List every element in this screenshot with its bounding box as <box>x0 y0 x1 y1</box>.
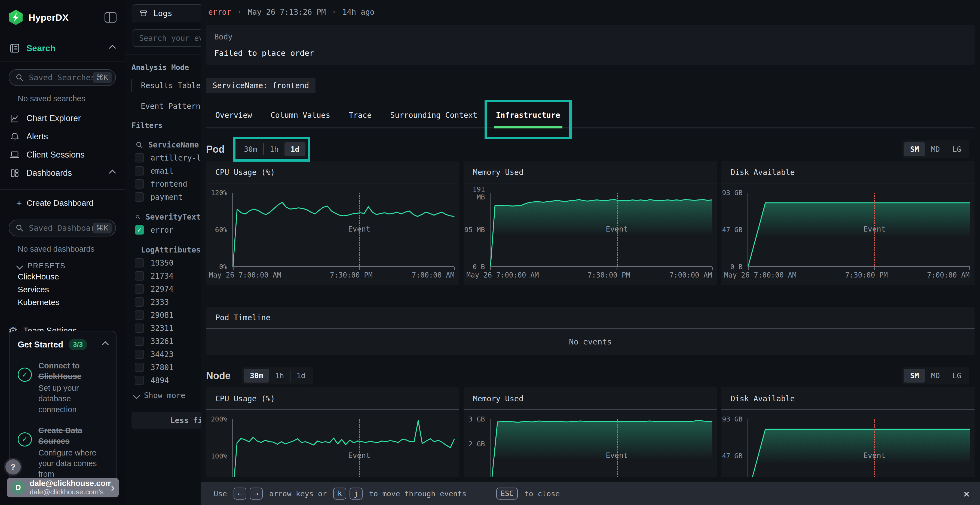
saved-searches-input[interactable]: Saved Searches ⌘K <box>9 69 116 86</box>
preset-label: Kubernetes <box>18 298 59 307</box>
checkbox-icon[interactable] <box>135 297 144 306</box>
tab-surrounding-context[interactable]: Surrounding Context <box>381 106 487 127</box>
filter-option[interactable]: frontend <box>135 179 200 189</box>
detail-tabs: OverviewColumn ValuesTraceSurrounding Co… <box>206 106 975 129</box>
filter-option[interactable]: 32311 <box>135 324 200 333</box>
filter-option[interactable]: 34423 <box>135 349 200 359</box>
pod-range-30m[interactable]: 30m <box>238 142 263 156</box>
filter-option[interactable]: 21734 <box>135 271 200 281</box>
node-size-sm[interactable]: SM <box>904 369 925 383</box>
show-more-label: Show more <box>144 391 185 400</box>
plot: Event <box>748 193 970 267</box>
analysis-mode-event-patterns[interactable]: Event Patterns <box>132 99 200 113</box>
filter-option[interactable]: artillery-loa <box>135 153 200 162</box>
event-marker-label: Event <box>348 451 370 460</box>
create-dashboard-button[interactable]: + Create Dashboard <box>0 194 125 212</box>
preset-item-services[interactable]: Services <box>0 283 125 296</box>
filter-option[interactable]: ✓error <box>135 225 200 235</box>
tab-overview[interactable]: Overview <box>206 106 261 127</box>
checkbox-checked-icon[interactable]: ✓ <box>135 225 144 235</box>
filter-option[interactable]: 4894 <box>135 376 200 385</box>
filter-option[interactable]: 19350 <box>135 258 200 267</box>
k-key[interactable]: k <box>333 488 346 500</box>
filter-option-label: 2333 <box>151 298 169 306</box>
get-started-step[interactable]: ✓ Create Data Sources Configure where yo… <box>18 425 108 480</box>
y-axis-labels: 93 GB47 GB0 B <box>721 193 746 267</box>
show-more-button[interactable]: Show more <box>134 391 200 400</box>
tab-column-values[interactable]: Column Values <box>261 106 339 127</box>
event-search-input[interactable]: Search your ev <box>132 29 200 47</box>
chevron-up-icon[interactable] <box>109 170 116 176</box>
chevron-up-icon[interactable] <box>109 44 116 51</box>
sidebar-collapse-icon[interactable] <box>105 12 116 22</box>
tab-infrastructure[interactable]: Infrastructure <box>487 106 570 127</box>
y-tick-label: 200% <box>211 416 227 423</box>
pod-size-md[interactable]: MD <box>925 142 946 156</box>
checkbox-icon[interactable] <box>135 324 144 333</box>
filter-option[interactable]: 33261 <box>135 337 200 346</box>
node-range-30m[interactable]: 30m <box>244 369 269 383</box>
x-tick-mark <box>874 267 875 270</box>
y-tick-label: 93 GB <box>722 189 742 197</box>
chart-plot-area: 93 GB47 GBEvent <box>721 419 970 477</box>
pod-range-1h[interactable]: 1h <box>264 142 285 156</box>
saved-dashboards-input[interactable]: Saved Dashboards ⌘K <box>9 219 116 237</box>
checkbox-icon[interactable] <box>135 349 144 359</box>
node-range-1h[interactable]: 1h <box>269 369 290 383</box>
less-filters-button[interactable]: Less fil <box>132 412 200 429</box>
hyperdx-logo-icon <box>9 10 22 25</box>
checkbox-icon[interactable] <box>135 271 144 281</box>
pod-size-lg[interactable]: LG <box>946 142 967 156</box>
j-key[interactable]: j <box>350 488 363 500</box>
node-size-md[interactable]: MD <box>925 369 946 383</box>
checkbox-icon[interactable] <box>135 337 144 346</box>
checkbox-icon[interactable] <box>135 192 144 202</box>
close-icon[interactable]: ✕ <box>963 488 970 500</box>
user-menu[interactable]: D dale@clickhouse.com dale@clickhouse.co… <box>7 478 119 497</box>
filter-option[interactable]: 37801 <box>135 363 200 372</box>
checkbox-icon[interactable] <box>135 284 144 294</box>
filter-option[interactable]: 22974 <box>135 284 200 294</box>
filter-option[interactable]: 2333 <box>135 297 200 306</box>
help-button[interactable]: ? <box>5 459 21 475</box>
checkbox-icon[interactable] <box>135 363 144 372</box>
analysis-mode-results-table[interactable]: Results Table <box>132 79 200 92</box>
source-select[interactable]: Logs <box>132 4 200 22</box>
pod-timeline-empty: No events <box>206 329 975 355</box>
checkbox-icon[interactable] <box>135 179 144 189</box>
left-arrow-key[interactable]: ← <box>234 488 247 500</box>
pod-size-sm[interactable]: SM <box>904 142 925 156</box>
filter-option[interactable]: 29081 <box>135 310 200 320</box>
checkbox-icon[interactable] <box>135 310 144 320</box>
presets-toggle[interactable]: PRESETS <box>17 262 125 270</box>
sidebar-nav: Chart Explorer Alerts Client Sessions Da… <box>0 109 125 182</box>
get-started-step[interactable]: ✓ Connect to ClickHouse Set up your data… <box>18 360 108 415</box>
get-started-title: Get Started <box>18 340 63 349</box>
search-icon <box>135 246 136 254</box>
sidebar-item-dashboards[interactable]: Dashboards <box>0 164 125 182</box>
x-tick-mark <box>359 267 360 270</box>
chevron-up-icon[interactable] <box>102 341 109 348</box>
x-tick-label: May 26 7:00:00 AM <box>724 271 797 279</box>
event-detail-panel: error · May 26 7:13:26 PM · 14h ago Body… <box>200 0 980 505</box>
checkbox-icon[interactable] <box>135 153 144 162</box>
sidebar-item-alerts[interactable]: Alerts <box>0 127 125 146</box>
checkbox-icon[interactable] <box>135 376 144 385</box>
sidebar-item-search[interactable]: Search <box>9 43 115 54</box>
checkbox-icon[interactable] <box>135 258 144 267</box>
node-range-1d[interactable]: 1d <box>290 369 312 383</box>
filter-option[interactable]: email <box>135 166 200 176</box>
preset-item-clickhouse[interactable]: ClickHouse <box>0 270 125 283</box>
pod-range-1d[interactable]: 1d <box>285 142 305 156</box>
sidebar-item-chart-explorer[interactable]: Chart Explorer <box>0 109 125 127</box>
node-size-lg[interactable]: LG <box>946 369 967 383</box>
filter-option[interactable]: payment <box>135 192 200 202</box>
tab-trace[interactable]: Trace <box>339 106 381 127</box>
checkbox-icon[interactable] <box>135 166 144 176</box>
service-name-tag[interactable]: ServiceName: frontend <box>206 78 315 93</box>
right-arrow-key[interactable]: → <box>250 488 263 500</box>
esc-key[interactable]: ESC <box>496 488 518 500</box>
sidebar-item-client-sessions[interactable]: Client Sessions <box>0 146 125 164</box>
filter-option-label: 33261 <box>151 337 173 346</box>
preset-item-kubernetes[interactable]: Kubernetes <box>0 296 125 308</box>
